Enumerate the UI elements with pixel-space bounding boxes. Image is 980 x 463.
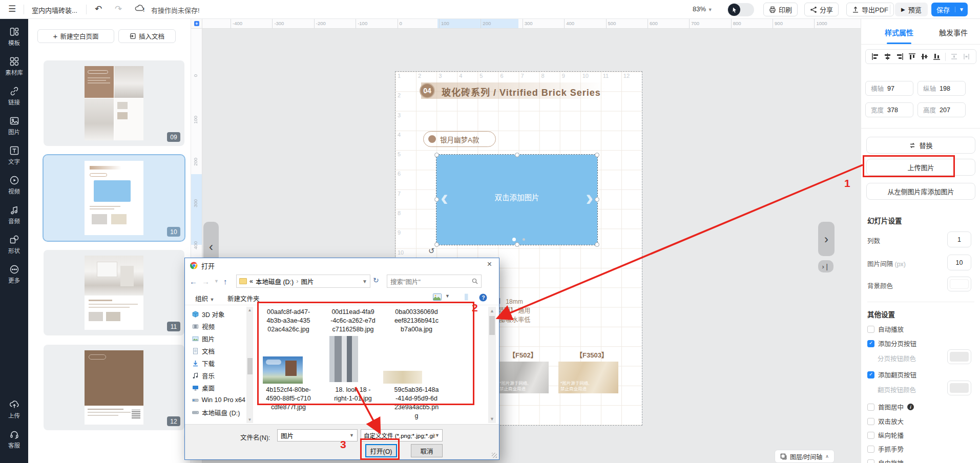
cursor-mode-toggle[interactable] — [727, 3, 754, 16]
print-button[interactable]: 印刷 — [763, 3, 798, 16]
distribute-h-icon[interactable] — [950, 53, 958, 60]
carousel-prev-icon[interactable]: ‹ — [441, 181, 448, 214]
tab-style-properties[interactable]: 样式属性 — [885, 27, 913, 37]
tree-item-desktop[interactable]: 桌面 — [192, 382, 245, 393]
height-field[interactable]: 高度207 — [918, 102, 966, 117]
canvas-jump-end-button[interactable]: ›❘ — [818, 260, 833, 272]
resize-grip[interactable] — [492, 453, 497, 458]
breadcrumb-caret-icon[interactable]: ▼ — [362, 279, 367, 284]
forward-icon[interactable]: → — [202, 277, 210, 286]
carousel-next-icon[interactable]: › — [586, 181, 593, 214]
sidebar-item-shapes[interactable]: 形状 — [0, 233, 28, 257]
hamburger-menu-icon[interactable]: ☰ — [8, 4, 16, 14]
canvas-next-page-button[interactable]: › — [818, 222, 835, 256]
rotate-handle-icon[interactable]: ↺ — [428, 246, 435, 256]
share-button[interactable]: 分享 — [804, 3, 839, 16]
tree-item-downloads[interactable]: 下载 — [192, 357, 245, 369]
filetype-dropdown[interactable]: 自定义文件 (*.png;*.jpg;*.gif;*▼ — [361, 429, 443, 441]
y-position-field[interactable]: 纵轴198 — [918, 81, 966, 96]
history-caret-icon[interactable]: ▼ — [214, 279, 219, 284]
pageflip-color-swatch[interactable] — [947, 381, 971, 395]
sidebar-item-images[interactable]: 图片 — [0, 114, 28, 138]
page-thumbnail-12[interactable]: 12 — [44, 345, 184, 430]
tree-item-videos[interactable]: 视频 — [192, 321, 245, 332]
dialog-titlebar[interactable]: 打开 × — [185, 258, 499, 272]
breadcrumb-folder[interactable]: 图片 — [301, 277, 314, 286]
insert-document-button[interactable]: 插入文档 — [118, 29, 176, 43]
carousel-dot-active[interactable] — [512, 238, 516, 241]
refresh-icon[interactable]: ↻ — [373, 276, 379, 284]
file-thumbnail[interactable] — [263, 356, 303, 384]
sidebar-item-video[interactable]: 视频 — [0, 173, 28, 197]
filename-input[interactable]: 图片▼ — [277, 429, 358, 441]
sidebar-item-support[interactable]: 客服 — [0, 427, 28, 451]
info-icon[interactable]: i — [907, 404, 914, 410]
tree-item-pictures[interactable]: 图片 — [192, 333, 245, 344]
breadcrumb-drive[interactable]: 本地磁盘 (D:) — [256, 277, 294, 286]
file-item[interactable]: 59c5ab36-148a-414d-95d9-6d23e9a4acb5.png — [386, 386, 447, 420]
upload-image-button[interactable]: 上传图片 — [866, 159, 975, 176]
resize-handle-w[interactable] — [434, 197, 439, 202]
checkbox-add-pageflip[interactable]: 添加翻页按钮 — [867, 370, 916, 380]
page-thumbnail-10-selected[interactable]: 10 — [44, 155, 184, 241]
tab-trigger-events[interactable]: 触发事件 — [939, 27, 968, 37]
tree-scrollbar[interactable]: ▲ ▼ — [246, 307, 253, 423]
tree-item-local-disk-d[interactable]: 本地磁盘 (D:) — [192, 407, 245, 418]
checkbox-add-pagination[interactable]: 添加分页按钮 — [867, 339, 916, 348]
undo-icon[interactable]: ↶ — [95, 4, 102, 14]
sidebar-item-text[interactable]: 文字 — [0, 143, 28, 167]
redo-icon[interactable]: ↷ — [115, 4, 122, 14]
sidebar-item-links[interactable]: 链接 — [0, 84, 28, 108]
replace-button[interactable]: 替换 — [866, 137, 975, 154]
file-item[interactable]: 00d11ead-4fa9-4c6c-a262-e7dc7116258b.jpg — [322, 308, 384, 334]
tree-item-3d-objects[interactable]: 3D 对象 — [192, 308, 245, 320]
zoom-level-dropdown[interactable]: 83% ▼ — [693, 5, 713, 13]
checkbox-vertical-carousel[interactable]: 纵向轮播 — [867, 430, 904, 440]
ruler-toggle-icon[interactable] — [191, 19, 202, 29]
distribute-v-icon[interactable] — [963, 53, 970, 60]
file-thumbnail[interactable] — [383, 371, 422, 384]
file-item[interactable]: 0ba00336069deef82136b941cb7a00a.jpg — [386, 308, 447, 334]
file-item[interactable]: 00aafc8f-ad47-4b3b-a3ae-43502ac4a26c.jpg — [258, 308, 319, 334]
page-thumbnail-09[interactable]: 09 — [44, 60, 184, 146]
columns-input[interactable]: 1 — [947, 232, 971, 247]
section-title-block[interactable]: 04 玻化砖系列 / Vitrified Brick Series — [421, 82, 606, 99]
resize-handle-e[interactable] — [595, 197, 599, 202]
thumbnail-view-icon[interactable] — [433, 293, 442, 302]
checkbox-free-drag[interactable]: 自由拖拽 — [867, 458, 904, 463]
document-title[interactable]: 室内内墙砖装... — [32, 5, 83, 15]
sidebar-item-audio[interactable]: 音频 — [0, 203, 28, 227]
tree-item-win10-drive[interactable]: Win 10 Pro x64 — [192, 394, 245, 406]
export-pdf-button[interactable]: 导出PDF — [846, 3, 894, 16]
resize-handle-nw[interactable] — [434, 153, 439, 157]
save-dropdown-caret[interactable]: ▼ — [955, 7, 968, 12]
sidebar-item-templates[interactable]: 模板 — [0, 25, 28, 49]
tree-item-documents[interactable]: 文档 — [192, 345, 245, 356]
resize-handle-ne[interactable] — [595, 153, 599, 157]
align-top-icon[interactable] — [908, 53, 916, 60]
details-pane-icon[interactable] — [460, 293, 468, 302]
resize-handle-sw[interactable] — [434, 242, 439, 247]
cancel-button[interactable]: 取消 — [411, 444, 443, 457]
pagination-color-swatch[interactable] — [947, 349, 971, 364]
layers-timeline-button[interactable]: 图层/时间轴 ∧ — [775, 450, 835, 463]
tile-image-f502[interactable]: *图片源于网络,禁止商业用途 — [497, 362, 549, 393]
back-icon[interactable]: ← — [190, 277, 197, 286]
align-left-icon[interactable] — [871, 53, 879, 60]
save-button[interactable]: 保存▼ — [931, 3, 968, 16]
tree-item-music[interactable]: 音乐 — [192, 370, 245, 381]
preview-button[interactable]: ▶预览 — [895, 3, 928, 16]
open-button[interactable]: 打开(O) — [365, 444, 397, 457]
align-vcenter-icon[interactable] — [884, 53, 891, 60]
product-name-pill[interactable]: 银月幽梦A款 — [423, 131, 496, 147]
file-item[interactable]: 4b152cf4-80be-4590-88f5-c710cdfe877f.jpg — [258, 386, 319, 412]
checkbox-dblclick-zoom[interactable]: 双击放大 — [867, 416, 904, 426]
checkbox-grab-gesture[interactable]: 手抓手势 — [867, 444, 904, 454]
breadcrumb-box[interactable]: « 本地磁盘 (D:) › 图片 ▼ — [236, 275, 370, 288]
file-item[interactable]: 18. look 18 -right-1-01.jpg — [322, 386, 384, 403]
x-position-field[interactable]: 横轴97 — [865, 81, 913, 96]
align-hcenter-icon[interactable] — [921, 53, 928, 60]
resize-handle-s[interactable] — [515, 242, 519, 247]
new-blank-page-button[interactable]: +新建空白页面 — [37, 29, 114, 43]
width-field[interactable]: 宽度378 — [865, 102, 913, 117]
